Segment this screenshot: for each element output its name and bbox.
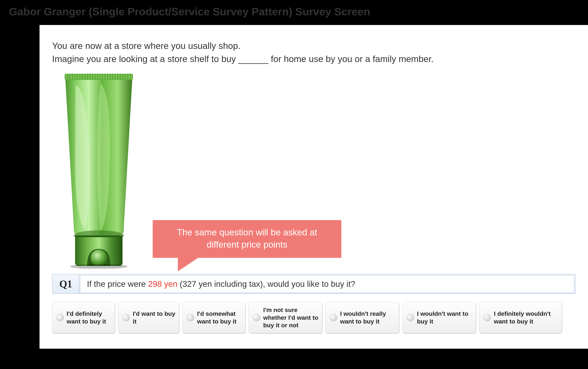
svg-rect-13 xyxy=(96,74,97,80)
svg-rect-26 xyxy=(128,74,130,80)
question-text: If the price were 298 yen (327 yen inclu… xyxy=(80,276,574,292)
option-somewhat-buy[interactable]: I'd somewhat want to buy it xyxy=(183,302,245,333)
callout-text: The same question will be asked at diffe… xyxy=(177,227,317,250)
svg-rect-24 xyxy=(123,74,125,80)
option-definitely-buy[interactable]: I'd definitely want to buy it xyxy=(52,302,115,333)
option-want-buy[interactable]: I'd want to buy it xyxy=(118,302,179,333)
question-price: 298 yen xyxy=(148,279,177,289)
product-row: The same question will be asked at diffe… xyxy=(52,73,575,269)
svg-rect-19 xyxy=(111,74,112,80)
svg-rect-17 xyxy=(106,74,107,80)
prompt-line1: You are now at a store where you usually… xyxy=(52,41,241,51)
page-title: Gabor Granger (Single Product/Service Su… xyxy=(0,0,588,25)
svg-rect-21 xyxy=(116,74,117,80)
svg-rect-9 xyxy=(86,74,87,80)
option-label: I definitely wouldn't want to buy it xyxy=(494,310,558,325)
svg-rect-7 xyxy=(80,74,82,80)
radio-icon xyxy=(330,314,337,321)
callout-annotation: The same question will be asked at diffe… xyxy=(153,220,341,258)
options-row: I'd definitely want to buy it I'd want t… xyxy=(52,302,575,333)
option-definitely-not[interactable]: I definitely wouldn't want to buy it xyxy=(479,302,562,333)
option-label: I'd definitely want to buy it xyxy=(67,310,111,325)
question-bar: Q1 If the price were 298 yen (327 yen in… xyxy=(52,274,575,294)
question-text-mid: (327 yen including tax), would you like … xyxy=(177,279,355,289)
svg-rect-12 xyxy=(93,74,95,80)
option-label: I wouldn't really want to buy it xyxy=(340,310,395,325)
svg-point-30 xyxy=(90,250,107,266)
tube-icon xyxy=(56,73,142,269)
radio-icon xyxy=(483,314,491,321)
svg-rect-22 xyxy=(118,74,120,80)
question-text-pre: If the price were xyxy=(87,279,148,289)
svg-rect-1 xyxy=(65,74,67,80)
question-number: Q1 xyxy=(52,274,79,294)
svg-rect-18 xyxy=(108,74,110,80)
survey-prompt: You are now at a store where you usually… xyxy=(52,39,575,65)
svg-rect-5 xyxy=(76,74,77,80)
survey-panel: You are now at a store where you usually… xyxy=(39,25,588,349)
svg-rect-23 xyxy=(121,74,122,80)
svg-rect-14 xyxy=(98,74,99,80)
svg-rect-20 xyxy=(113,74,115,80)
radio-icon xyxy=(253,314,260,321)
svg-rect-4 xyxy=(73,74,74,80)
svg-rect-6 xyxy=(78,74,79,80)
product-image xyxy=(56,73,142,269)
svg-rect-3 xyxy=(70,74,72,80)
option-not-really[interactable]: I wouldn't really want to buy it xyxy=(325,302,399,333)
option-not-sure[interactable]: I'm not sure whether I'd want to buy it … xyxy=(249,302,322,333)
svg-rect-29 xyxy=(75,236,123,237)
prompt-line2-pre: Imagine you are looking at a store shelf… xyxy=(52,54,238,64)
option-label: I'd somewhat want to buy it xyxy=(197,310,242,325)
radio-icon xyxy=(56,314,64,321)
svg-rect-25 xyxy=(126,74,127,80)
option-label: I'm not sure whether I'd want to buy it … xyxy=(263,306,319,329)
svg-rect-8 xyxy=(83,74,84,80)
option-label: I'd want to buy it xyxy=(133,310,176,325)
option-wouldnt-buy[interactable]: I wouldn't want to buy it xyxy=(402,302,476,333)
prompt-line2-post: for home use by you or a family member. xyxy=(268,54,434,64)
option-label: I wouldn't want to buy it xyxy=(417,310,472,325)
svg-rect-15 xyxy=(101,74,102,80)
svg-rect-2 xyxy=(68,74,69,80)
svg-rect-11 xyxy=(90,74,92,80)
radio-icon xyxy=(122,314,130,321)
svg-rect-16 xyxy=(103,74,105,80)
radio-icon xyxy=(407,314,414,321)
svg-rect-10 xyxy=(88,74,89,80)
radio-icon xyxy=(187,314,194,321)
prompt-blank: ______ xyxy=(238,54,268,64)
svg-rect-27 xyxy=(131,74,132,80)
